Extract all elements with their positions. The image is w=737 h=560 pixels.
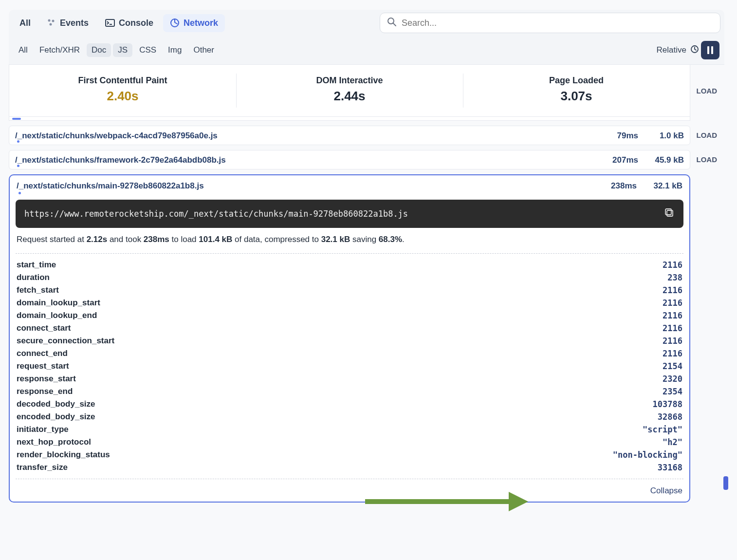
tab-network[interactable]: Network: [163, 14, 225, 32]
request-summary: Request started at 2.12s and took 238ms …: [10, 228, 689, 251]
kv-val: 32868: [658, 412, 682, 422]
kv-val: 2116: [663, 349, 682, 358]
search-icon: [387, 17, 397, 29]
svg-rect-9: [667, 210, 673, 216]
row-path: /_next/static/chunks/webpack-c4acd79e879…: [15, 131, 599, 141]
kv-val: 2116: [663, 311, 682, 320]
filter-img[interactable]: Img: [163, 43, 186, 57]
kv-key: decoded_body_size: [17, 399, 95, 409]
tab-events-label: Events: [60, 18, 89, 28]
row-header[interactable]: /_next/static/chunks/main-9278eb860822a1…: [10, 175, 689, 196]
kv-key: domain_lookup_end: [17, 311, 97, 320]
timing-dot: [18, 192, 21, 194]
svg-point-2: [50, 23, 52, 26]
tab-console-label: Console: [119, 18, 153, 28]
kv-val: 2116: [663, 298, 682, 308]
kv-key: request_start: [17, 361, 69, 371]
kv-val: 2116: [663, 336, 682, 346]
metric-loaded: Page Loaded 3.07s: [463, 65, 690, 116]
svg-rect-10: [665, 209, 671, 215]
kv-val: 33168: [658, 463, 682, 472]
kv-key: connect_start: [17, 323, 71, 333]
filter-all[interactable]: All: [14, 43, 33, 57]
metric-title: DOM Interactive: [236, 75, 463, 86]
timing-dot: [17, 140, 19, 143]
row-path: /_next/static/chunks/main-9278eb860822a1…: [17, 181, 598, 191]
row-load-side: LOAD: [697, 155, 718, 164]
filter-doc[interactable]: Doc: [87, 43, 111, 57]
kv-val: 2116: [663, 260, 682, 270]
url-text: https://www.remoterocketship.com/_next/s…: [24, 209, 408, 219]
tab-console[interactable]: Console: [98, 14, 160, 32]
kv-val: 2154: [663, 361, 682, 371]
relative-label: Relative: [657, 45, 686, 55]
search-box[interactable]: [380, 13, 720, 33]
metric-dom: DOM Interactive 2.44s: [236, 65, 463, 116]
row-time: 79ms: [599, 131, 638, 141]
metrics-panel: First Contentful Paint 2.40s DOM Interac…: [9, 65, 690, 117]
kv-val: "script": [643, 425, 682, 434]
metric-title: Page Loaded: [463, 75, 690, 86]
metric-value: 2.44s: [236, 89, 463, 104]
network-row[interactable]: /_next/static/chunks/webpack-c4acd79e879…: [9, 126, 690, 145]
kv-key: transfer_size: [17, 463, 68, 472]
collapse-link[interactable]: Collapse: [650, 486, 682, 495]
row-size: 45.9 kB: [645, 155, 684, 165]
url-bar: https://www.remoterocketship.com/_next/s…: [16, 200, 683, 228]
filter-fetch[interactable]: Fetch/XHR: [35, 43, 85, 57]
load-label: LOAD: [697, 87, 718, 95]
kv-key: next_hop_protocol: [17, 437, 91, 447]
network-icon: [170, 18, 180, 28]
timing-table: start_time2116 duration238 fetch_start21…: [10, 256, 689, 477]
kv-val: "h2": [663, 437, 682, 447]
kv-key: encoded_body_size: [17, 412, 95, 422]
kv-key: duration: [17, 273, 50, 282]
metric-title: First Contentful Paint: [9, 75, 236, 86]
kv-val: 2354: [663, 387, 682, 396]
row-time: 207ms: [599, 155, 638, 165]
kv-key: connect_end: [17, 349, 68, 358]
row-size: 32.1 kB: [644, 181, 682, 191]
metric-fcp: First Contentful Paint 2.40s: [9, 65, 236, 116]
svg-point-1: [52, 20, 55, 22]
main-toolbar: All Events Console Network: [9, 10, 724, 36]
kv-key: start_time: [17, 260, 56, 270]
filter-css[interactable]: CSS: [134, 43, 161, 57]
relative-toggle[interactable]: Relative: [657, 45, 699, 56]
tab-network-label: Network: [184, 18, 218, 28]
console-icon: [105, 19, 115, 27]
row-size: 1.0 kB: [645, 131, 684, 141]
svg-point-0: [48, 19, 51, 22]
kv-key: response_end: [17, 387, 73, 396]
filter-row: All Fetch/XHR Doc JS CSS Img Other Relat…: [9, 36, 724, 65]
pause-button[interactable]: [701, 41, 719, 59]
kv-key: domain_lookup_start: [17, 298, 100, 308]
timeline-strip: [9, 117, 690, 121]
kv-val: 238: [667, 273, 682, 282]
scroll-handle[interactable]: [723, 476, 728, 490]
copy-icon[interactable]: [664, 207, 675, 220]
kv-key: response_start: [17, 374, 76, 384]
metric-value: 2.40s: [9, 89, 236, 104]
network-row-expanded: /_next/static/chunks/main-9278eb860822a1…: [9, 174, 690, 503]
svg-point-6: [388, 18, 394, 24]
kv-val: 2320: [663, 374, 682, 384]
search-input[interactable]: [402, 18, 713, 28]
row-time: 238ms: [598, 181, 637, 191]
kv-val: 2116: [663, 323, 682, 333]
kv-key: fetch_start: [17, 285, 59, 295]
tab-events[interactable]: Events: [40, 14, 95, 32]
network-row[interactable]: /_next/static/chunks/framework-2c79e2a64…: [9, 150, 690, 169]
svg-rect-3: [106, 19, 114, 26]
filter-other[interactable]: Other: [188, 43, 219, 57]
row-path: /_next/static/chunks/framework-2c79e2a64…: [15, 155, 599, 165]
clock-icon: [690, 45, 699, 56]
filter-js[interactable]: JS: [113, 43, 132, 57]
metric-value: 3.07s: [463, 89, 690, 104]
kv-key: secure_connection_start: [17, 336, 114, 346]
tab-all[interactable]: All: [13, 14, 37, 32]
kv-key: render_blocking_status: [17, 450, 110, 460]
kv-key: initiator_type: [17, 425, 69, 434]
kv-val: 2116: [663, 285, 682, 295]
kv-val: "non-blocking": [613, 450, 682, 460]
